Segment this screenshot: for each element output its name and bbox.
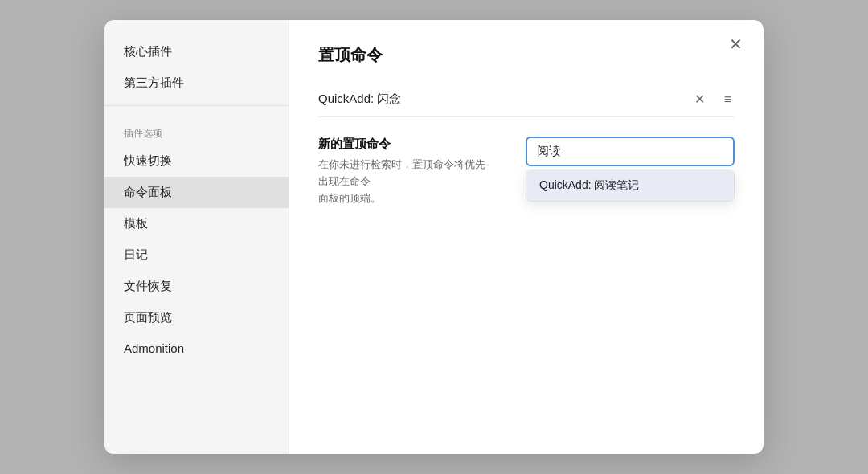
plugin-row-actions: ✕ ≡	[691, 90, 735, 108]
sidebar-item-quick-switch[interactable]: 快速切换	[104, 145, 289, 177]
main-content: ✕ 置顶命令 QuickAdd: 闪念 ✕ ≡	[289, 20, 764, 454]
sidebar-item-diary[interactable]: 日记	[104, 239, 289, 271]
modal-close-button[interactable]: ✕	[724, 33, 747, 55]
plugin-row: QuickAdd: 闪念 ✕ ≡	[318, 82, 735, 117]
close-icon: ✕	[694, 92, 705, 106]
command-search-input[interactable]	[526, 137, 735, 166]
sidebar-section-plugins-label: 插件选项	[104, 112, 289, 145]
sidebar: 核心插件 第三方插件 插件选项 快速切换 命令面板 模板 日记 文件恢复	[104, 20, 289, 454]
form-label-desc: 在你未进行检索时，置顶命令将优先出现在命令面板的顶端。	[318, 157, 493, 206]
plugin-close-button[interactable]: ✕	[691, 90, 708, 108]
form-label-group: 新的置顶命令 在你未进行检索时，置顶命令将优先出现在命令面板的顶端。	[318, 137, 493, 206]
form-label-title: 新的置顶命令	[318, 137, 493, 152]
sidebar-item-template[interactable]: 模板	[104, 208, 289, 239]
modal: 核心插件 第三方插件 插件选项 快速切换 命令面板 模板 日记 文件恢复	[104, 20, 764, 454]
sidebar-item-page-preview[interactable]: 页面预览	[104, 302, 289, 333]
sidebar-item-file-recovery[interactable]: 文件恢复	[104, 271, 289, 302]
sidebar-item-admonition[interactable]: Admonition	[104, 333, 289, 363]
menu-icon: ≡	[724, 92, 731, 106]
plugin-name: QuickAdd: 闪念	[318, 92, 401, 107]
sidebar-item-core-plugins[interactable]: 核心插件	[104, 36, 289, 67]
sidebar-divider	[104, 105, 289, 106]
dropdown-item-0[interactable]: QuickAdd: 阅读笔记	[526, 170, 734, 201]
plugin-menu-button[interactable]: ≡	[721, 91, 735, 108]
sidebar-item-third-party-plugins[interactable]: 第三方插件	[104, 67, 289, 99]
form-input-group: QuickAdd: 阅读笔记	[526, 137, 735, 166]
modal-overlay: 核心插件 第三方插件 插件选项 快速切换 命令面板 模板 日记 文件恢复	[0, 0, 868, 474]
form-section: 新的置顶命令 在你未进行检索时，置顶命令将优先出现在命令面板的顶端。 Quick…	[318, 137, 735, 206]
sidebar-item-command-panel[interactable]: 命令面板	[104, 177, 289, 208]
command-dropdown: QuickAdd: 阅读笔记	[526, 170, 735, 202]
page-title: 置顶命令	[318, 44, 735, 66]
